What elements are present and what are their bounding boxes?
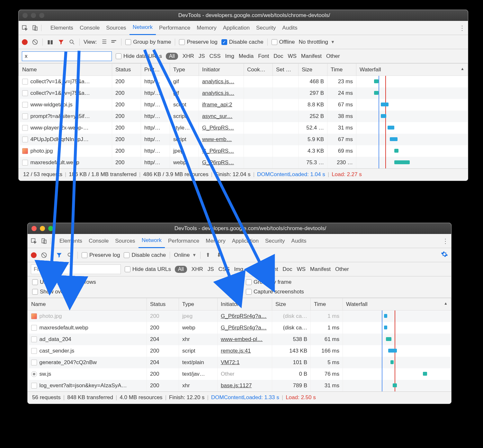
table-row[interactable]: ad_data_204204xhrwww-embed-pl…538 B61 ms [28,334,451,345]
filter-type-other[interactable]: Other [335,266,349,273]
table-row[interactable]: www-widgetapi.js200http/…scriptiframe_ap… [19,99,468,111]
throttling-select[interactable]: No throttling▼ [299,39,335,45]
table-row[interactable]: sw.js200text/jav…Other0 B76 ms [28,368,451,380]
tab-performance[interactable]: Performance [165,234,202,248]
import-har-icon[interactable]: ⬆ [204,252,211,258]
gear-icon[interactable] [441,251,448,259]
min-dot[interactable] [31,13,36,18]
table-row[interactable]: collect?v=1&_v=j75&a…200http/…gifanalyti… [19,76,468,87]
filter-type-media[interactable]: Media [239,53,254,59]
filter-type-img[interactable]: Img [225,53,234,59]
filter-type-xhr[interactable]: XHR [183,53,194,59]
search-icon[interactable] [67,252,74,258]
col-initiator[interactable]: Initiator [199,64,244,76]
filter-type-js[interactable]: JS [199,53,205,59]
max-dot[interactable] [39,13,44,18]
col-size[interactable]: Size [272,298,311,310]
filter-type-other[interactable]: Other [326,53,340,59]
throttling-select[interactable]: Online▼ [174,252,196,258]
col-waterfall[interactable]: Waterfall [343,298,451,310]
filter-type-img[interactable]: Img [234,266,243,273]
tab-console[interactable]: Console [85,234,112,248]
table-row[interactable]: www-player-2x-webp-…200http/…style…G_P6r… [19,122,468,134]
record-button[interactable] [31,252,37,258]
table-row[interactable]: prompt?t=a&site=ylj5if…200http/…scriptas… [19,111,468,122]
col-set[interactable]: Set … [273,64,299,76]
filter-type-all[interactable]: All [175,266,187,273]
traffic-lights[interactable] [22,13,44,18]
show-overview-check[interactable]: Show overview [32,289,233,295]
group-by-frame-check[interactable]: Group by frame [125,39,171,45]
tab-application[interactable]: Application [220,21,253,35]
clear-icon[interactable] [31,39,39,45]
tab-audits[interactable]: Audits [279,21,300,35]
filter-type-manifest[interactable]: Manifest [310,266,331,273]
filter-type-css[interactable]: CSS [219,266,230,273]
filter-type-all[interactable]: All [166,53,178,60]
kebab-icon[interactable]: ⋮ [442,237,449,245]
table-row[interactable]: cast_sender.js200scriptremote.js:41143 K… [28,345,451,357]
col-name[interactable]: Name [19,64,112,76]
col-time[interactable]: Time [311,298,343,310]
table-row[interactable]: collect?v=1&_v=j75&a…200http/…gifanalyti… [19,87,468,99]
element-picker-icon[interactable] [30,238,37,244]
filter-type-doc[interactable]: Doc [273,53,283,59]
kebab-icon[interactable]: ⋮ [459,24,465,32]
col-initiator[interactable]: Initiator [218,298,272,310]
disable-cache-check[interactable]: Disable cache [124,252,166,258]
col-time[interactable]: Time [327,64,356,76]
table-row[interactable]: maxresdefault.webp200webpG_P6rpRSr4g?a…(… [28,322,451,334]
filter-type-font[interactable]: Font [267,266,278,273]
filter-icon[interactable] [56,252,63,258]
table-row[interactable]: 4PUpJpDdHqrNInFpJ…200http/…scriptwww-emb… [19,134,468,145]
table-row[interactable]: log_event?alt=json&key=AIzaSyA…200xhrbas… [28,380,451,391]
tab-audits[interactable]: Audits [288,234,309,248]
filmstrip-icon[interactable]: ▮▮ [47,39,54,45]
filter-type-ws[interactable]: WS [297,266,305,273]
tab-sources[interactable]: Sources [112,234,138,248]
tab-network[interactable]: Network [130,21,156,35]
use-large-rows-check[interactable]: Use large request rows [32,279,233,285]
filter-type-js[interactable]: JS [208,266,214,273]
tab-network[interactable]: Network [139,234,165,248]
titlebar[interactable]: DevTools - developers.google.com/web/too… [19,10,468,21]
close-dot[interactable] [22,13,28,18]
large-rows-icon[interactable]: ☰ [101,39,108,45]
col-cook[interactable]: Cook… [244,64,273,76]
element-picker-icon[interactable] [21,25,28,31]
tab-performance[interactable]: Performance [156,21,193,35]
col-name[interactable]: Name [28,298,147,310]
tab-application[interactable]: Application [229,234,262,248]
tab-sources[interactable]: Sources [103,21,129,35]
filter-input[interactable] [22,51,112,61]
col-waterfall[interactable]: Waterfall [356,64,468,76]
filter-type-font[interactable]: Font [258,53,269,59]
filter-type-doc[interactable]: Doc [282,266,292,273]
table-row[interactable]: generate_204?cQ2nBw204text/plainVM72:110… [28,357,451,368]
tab-elements[interactable]: Elements [47,21,76,35]
clear-icon[interactable] [40,252,48,258]
table-row[interactable]: maxresdefault.webp200http/…webpG_P6rpRS…… [19,157,468,168]
col-status[interactable]: Status [112,64,141,76]
tab-memory[interactable]: Memory [202,234,228,248]
titlebar[interactable]: DevTools - developers.google.com/web/too… [28,223,451,234]
col-size[interactable]: Size [299,64,327,76]
tab-console[interactable]: Console [76,21,103,35]
col-status[interactable]: Status [147,298,179,310]
filter-icon[interactable] [58,39,65,45]
col-prot[interactable]: Prot… [141,64,170,76]
close-dot[interactable] [31,226,37,231]
tab-elements[interactable]: Elements [56,234,85,248]
hide-data-urls-check[interactable]: Hide data URLs [125,266,171,273]
max-dot[interactable] [48,226,53,231]
tab-security[interactable]: Security [262,234,288,248]
table-row[interactable]: photo.jpg200jpegG_P6rpRSr4g?a…(disk ca…1… [28,310,451,322]
export-har-icon[interactable]: ⬇ [215,252,222,258]
offline-check[interactable]: Offline [272,39,295,45]
traffic-lights[interactable] [31,226,53,231]
tab-memory[interactable]: Memory [193,21,219,35]
col-type[interactable]: Type [179,298,218,310]
tab-security[interactable]: Security [253,21,279,35]
min-dot[interactable] [40,226,45,231]
filter-type-xhr[interactable]: XHR [192,266,203,273]
